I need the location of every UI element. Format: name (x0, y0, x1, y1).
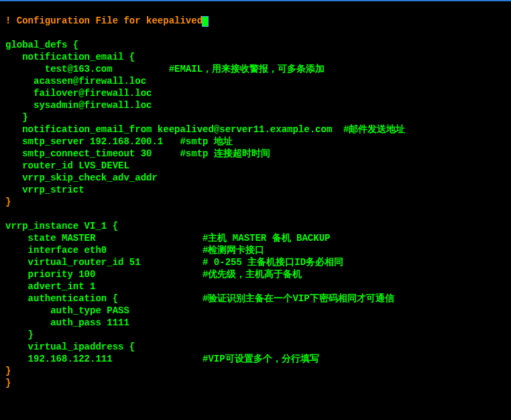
config-line: auth_type PASS (5, 305, 129, 316)
config-line: notification_email { (5, 52, 135, 62)
config-line: smtp_server 192.168.200.1 #smtp 地址 (5, 136, 233, 147)
config-line: } (5, 112, 28, 123)
config-header: ! Configuration File for keepalived (5, 15, 203, 26)
config-line: advert_int 1 (5, 281, 95, 292)
config-line: virtual_ipaddress { (5, 342, 135, 352)
terminal-editor[interactable]: ! Configuration File for keepalived glob… (0, 0, 500, 415)
config-line: vrrp_instance VI_1 { (5, 221, 118, 231)
text-cursor (203, 17, 208, 26)
config-line: smtp_connect_timeout 30 #smtp 连接超时时间 (5, 148, 270, 159)
config-line: virtual_router_id 51 # 0-255 主备机接口ID务必相同 (5, 257, 343, 268)
config-line: notification_email_from keepalived@serve… (5, 124, 405, 135)
window-top-border (0, 0, 511, 1)
config-line: vrrp_skip_check_adv_addr (5, 172, 158, 183)
config-line: vrrp_strict (5, 185, 84, 195)
config-line: auth_pass 1111 (5, 317, 129, 328)
config-line: } (5, 366, 11, 376)
config-line: router_id LVS_DEVEL (5, 160, 129, 171)
config-line: sysadmin@firewall.loc (5, 100, 152, 111)
config-line: state MASTER #主机 MASTER 备机 BACKUP (5, 233, 330, 244)
config-line: ! Configuration File for keepalived (5, 15, 208, 26)
config-line: authentication { #验证识别主备在一个VIP下密码相同才可通信 (5, 293, 394, 304)
config-line: } (5, 329, 34, 340)
config-line: } (5, 197, 11, 207)
config-line: global_defs { (5, 40, 78, 50)
config-line: interface eth0 #检测网卡接口 (5, 245, 264, 256)
config-line: test@163.com #EMAIL，用来接收警报，可多条添加 (5, 64, 325, 74)
config-line: 192.168.122.111 #VIP可设置多个，分行填写 (5, 354, 319, 364)
config-line: } (5, 378, 11, 388)
config-line: failover@firewall.loc (5, 88, 152, 99)
config-line: acassen@firewall.loc (5, 76, 146, 87)
config-line: priority 100 #优先级，主机高于备机 (5, 269, 302, 280)
